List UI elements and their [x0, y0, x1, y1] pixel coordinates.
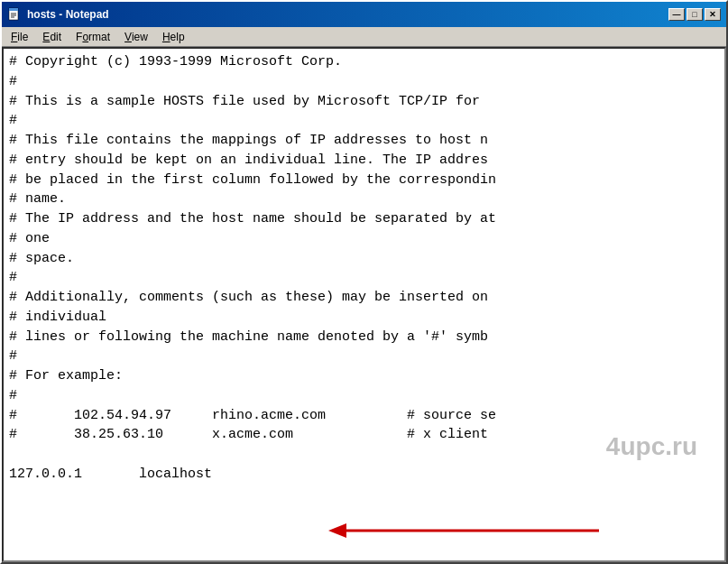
menu-file[interactable]: File: [4, 28, 35, 46]
svg-rect-1: [9, 8, 18, 11]
menu-bar: File Edit Format View Help: [2, 27, 726, 47]
editor-text[interactable]: # Copyright (c) 1993-1999 Microsoft Corp…: [4, 49, 724, 560]
minimize-button[interactable]: —: [668, 8, 685, 21]
menu-view[interactable]: View: [117, 28, 155, 46]
maximize-button[interactable]: □: [687, 8, 703, 21]
window-title: hosts - Notepad: [27, 8, 663, 21]
editor-area[interactable]: # Copyright (c) 1993-1999 Microsoft Corp…: [2, 47, 726, 562]
window-controls: — □ ✕: [668, 8, 721, 21]
notepad-window: hosts - Notepad — □ ✕ File Edit Format V…: [0, 0, 728, 564]
menu-format[interactable]: Format: [69, 28, 117, 46]
close-button[interactable]: ✕: [705, 8, 721, 21]
menu-edit[interactable]: Edit: [35, 28, 69, 46]
app-icon: [7, 7, 22, 22]
menu-help[interactable]: Help: [155, 28, 192, 46]
title-bar: hosts - Notepad — □ ✕: [2, 2, 726, 27]
